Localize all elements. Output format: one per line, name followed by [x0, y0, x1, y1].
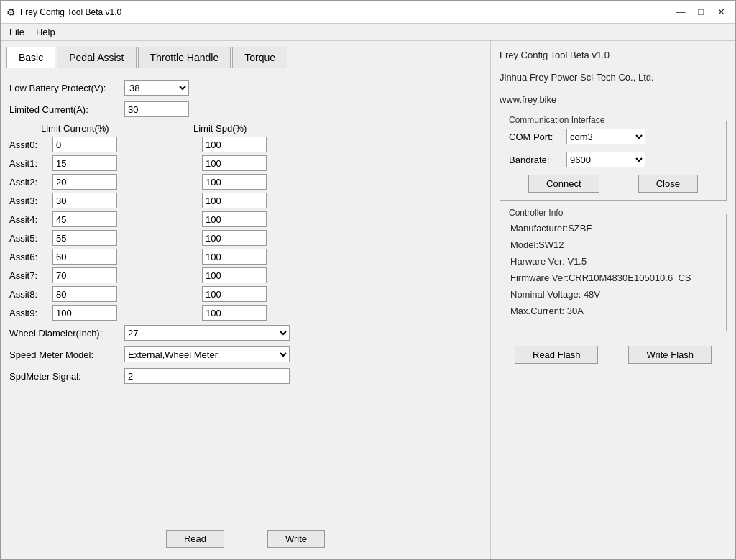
- tab-torque[interactable]: Torque: [232, 47, 288, 68]
- assit-label-0: Assit0:: [9, 139, 52, 150]
- assit-input2-4[interactable]: [202, 211, 267, 227]
- wheel-diameter-select[interactable]: 27 26 28 29: [124, 325, 290, 341]
- firmware-ver-text: Firmware Ver:CRR10M4830E105010.6_CS: [510, 272, 716, 283]
- nominal-voltage-text: Nominal Voltage: 48V: [510, 289, 716, 300]
- write-button[interactable]: Write: [267, 530, 325, 548]
- controller-info-group: Controller Info Manufacturer:SZBF Model:…: [500, 214, 727, 331]
- grid-headers: Limit Current(%) Limit Spd(%): [9, 123, 482, 134]
- low-battery-select[interactable]: 38 36 40: [124, 80, 189, 96]
- col2-header: Limit Spd(%): [193, 123, 247, 134]
- low-battery-label: Low Battery Protect(V):: [9, 83, 124, 93]
- tab-pedal-assist[interactable]: Pedal Assist: [57, 47, 136, 68]
- assit-input2-1[interactable]: [202, 155, 267, 171]
- assit-input2-8[interactable]: [202, 286, 267, 302]
- title-bar: ⚙ Frey Config Tool Beta v1.0 — □ ✕: [1, 1, 735, 24]
- title-bar-text: Frey Config Tool Beta v1.0: [20, 7, 668, 17]
- close-button[interactable]: ✕: [712, 5, 730, 19]
- assit-rows: Assit0: Assit1: Assit2: Assit3: Assit4: …: [9, 137, 482, 321]
- max-current-text: Max.Current: 30A: [510, 306, 716, 316]
- menu-help[interactable]: Help: [30, 25, 61, 39]
- assit-label-5: Assit5:: [9, 233, 52, 244]
- assit-label-9: Assit9:: [9, 308, 52, 318]
- company-text: Jinhua Frey Power Sci-Tech Co., Ltd.: [500, 72, 727, 83]
- assit-row-6: Assit6:: [9, 249, 482, 265]
- assit-input2-9[interactable]: [202, 305, 267, 321]
- assit-input2-7[interactable]: [202, 267, 267, 283]
- assit-input2-2[interactable]: [202, 174, 267, 190]
- assit-input2-5[interactable]: [202, 230, 267, 246]
- assit-label-1: Assit1:: [9, 158, 52, 169]
- close-button[interactable]: Close: [638, 175, 698, 193]
- minimize-button[interactable]: —: [672, 5, 689, 19]
- assit-input1-9[interactable]: [52, 305, 117, 321]
- tab-bar: Basic Pedal Assist Throttle Handle Torqu…: [6, 47, 484, 68]
- speed-meter-row: Speed Meter Model: External,Wheel Meter …: [9, 346, 482, 362]
- assit-input1-7[interactable]: [52, 267, 117, 283]
- com-port-row: COM Port: com3 com1 com2 com4: [509, 129, 717, 144]
- assit-row-4: Assit4:: [9, 211, 482, 227]
- assit-row-5: Assit5:: [9, 230, 482, 246]
- read-flash-button[interactable]: Read Flash: [515, 346, 598, 364]
- assit-input1-8[interactable]: [52, 286, 117, 302]
- limited-current-input[interactable]: [124, 101, 189, 117]
- connect-button[interactable]: Connect: [528, 175, 599, 193]
- assit-label-6: Assit6:: [9, 252, 52, 262]
- assit-label-8: Assit8:: [9, 289, 52, 300]
- assit-row-2: Assit2:: [9, 174, 482, 190]
- right-panel: Frey Config Tool Beta v1.0 Jinhua Frey P…: [491, 41, 735, 559]
- tab-throttle-handle[interactable]: Throttle Handle: [138, 47, 231, 68]
- col1-header: Limit Current(%): [41, 123, 113, 134]
- assit-input1-3[interactable]: [52, 193, 117, 208]
- assit-row-9: Assit9:: [9, 305, 482, 321]
- tab-basic[interactable]: Basic: [6, 47, 55, 68]
- spd-signal-row: SpdMeter Signal:: [9, 368, 482, 384]
- assit-input1-1[interactable]: [52, 155, 117, 171]
- com-port-select[interactable]: com3 com1 com2 com4: [566, 129, 645, 144]
- menu-file[interactable]: File: [4, 25, 30, 39]
- limited-current-row: Limited Current(A):: [9, 101, 482, 117]
- limited-current-label: Limited Current(A):: [9, 104, 124, 115]
- assit-input1-6[interactable]: [52, 249, 117, 265]
- hardware-ver-text: Harware Ver: V1.5: [510, 256, 716, 267]
- comm-interface-title: Communication Interface: [506, 115, 607, 125]
- speed-meter-select[interactable]: External,Wheel Meter Internal: [124, 346, 290, 362]
- assit-input2-6[interactable]: [202, 249, 267, 265]
- write-flash-button[interactable]: Write Flash: [628, 346, 712, 364]
- comm-buttons: Connect Close: [509, 175, 717, 193]
- assit-row-3: Assit3:: [9, 193, 482, 208]
- comm-interface-group: Communication Interface COM Port: com3 c…: [500, 121, 727, 201]
- assit-label-2: Assit2:: [9, 177, 52, 188]
- wheel-diameter-label: Wheel Diameler(Inch):: [9, 328, 124, 339]
- assit-input2-0[interactable]: [202, 137, 267, 152]
- assit-row-7: Assit7:: [9, 267, 482, 283]
- assit-row-8: Assit8:: [9, 286, 482, 302]
- read-button[interactable]: Read: [166, 530, 224, 548]
- manufacturer-text: Manufacturer:SZBF: [510, 223, 716, 234]
- assit-row-1: Assit1:: [9, 155, 482, 171]
- website-text: www.frey.bike: [500, 94, 727, 105]
- com-port-label: COM Port:: [509, 132, 566, 142]
- main-content: Basic Pedal Assist Throttle Handle Torqu…: [1, 41, 735, 559]
- title-bar-controls: — □ ✕: [672, 5, 730, 19]
- controller-info-title: Controller Info: [506, 208, 566, 218]
- flash-buttons: Read Flash Write Flash: [500, 346, 727, 364]
- assit-input2-3[interactable]: [202, 193, 267, 208]
- assit-row-0: Assit0:: [9, 137, 482, 152]
- spd-signal-input[interactable]: [124, 368, 290, 384]
- left-panel: Basic Pedal Assist Throttle Handle Torqu…: [1, 41, 491, 559]
- spd-signal-label: SpdMeter Signal:: [9, 371, 124, 382]
- app-name-text: Frey Config Tool Beta v1.0: [500, 50, 727, 60]
- wheel-diameter-row: Wheel Diameler(Inch): 27 26 28 29: [9, 325, 482, 341]
- assit-input1-0[interactable]: [52, 137, 117, 152]
- bandrate-select[interactable]: 9600 4800 19200 38400: [566, 152, 645, 167]
- assit-input1-2[interactable]: [52, 174, 117, 190]
- form-area: Low Battery Protect(V): 38 36 40 Limited…: [6, 74, 484, 521]
- speed-meter-label: Speed Meter Model:: [9, 349, 124, 360]
- assit-label-7: Assit7:: [9, 270, 52, 281]
- assit-input1-5[interactable]: [52, 230, 117, 246]
- assit-input1-4[interactable]: [52, 211, 117, 227]
- bandrate-row: Bandrate: 9600 4800 19200 38400: [509, 152, 717, 167]
- low-battery-row: Low Battery Protect(V): 38 36 40: [9, 80, 482, 96]
- maximize-button[interactable]: □: [692, 5, 709, 19]
- app-icon: ⚙: [6, 6, 16, 18]
